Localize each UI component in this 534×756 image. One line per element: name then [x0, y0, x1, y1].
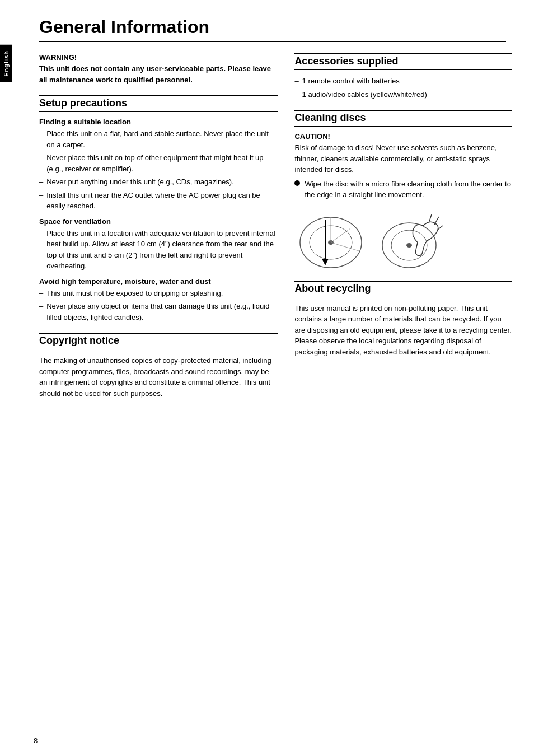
- warning-label: WARNING!: [39, 53, 278, 62]
- language-tab: English: [0, 45, 12, 82]
- list-item: –Never put anything under this unit (e.g…: [39, 176, 278, 188]
- svg-line-5: [331, 242, 359, 251]
- disc-image-2: [378, 209, 451, 270]
- copyright-rule-top: [39, 333, 278, 334]
- setup-section: Setup precautions Finding a suitable loc…: [39, 95, 278, 323]
- setup-heading: Setup precautions: [39, 97, 278, 109]
- recycling-rule-top: [294, 281, 512, 282]
- disc-image-1: [294, 209, 367, 270]
- svg-line-11: [434, 217, 439, 225]
- list-item: –This unit must not be exposed to drippi…: [39, 288, 278, 299]
- wipe-instruction: Wipe the disc with a micro fibre cleanin…: [294, 179, 512, 200]
- finding-location-heading: Finding a suitable location: [39, 118, 278, 126]
- copyright-section: Copyright notice The making of unauthori…: [39, 333, 278, 399]
- setup-rule-bottom: [39, 111, 278, 112]
- accessories-heading: Accessories supplied: [294, 55, 512, 67]
- left-column: WARNING! This unit does not contain any …: [39, 53, 278, 409]
- disc-illustrations: [294, 209, 512, 270]
- list-item: –1 audio/video cables (yellow/white/red): [294, 89, 512, 100]
- warning-section: WARNING! This unit does not contain any …: [39, 53, 278, 85]
- copyright-body: The making of unauthorised copies of cop…: [39, 355, 278, 399]
- caution-label: CAUTION!: [294, 132, 512, 141]
- list-item: –Never place this unit on top of other e…: [39, 152, 278, 174]
- cleaning-section: Cleaning discs CAUTION! Risk of damage t…: [294, 110, 512, 270]
- list-item: –Never place any object or items that ca…: [39, 301, 278, 323]
- warning-body: This unit does not contain any user-serv…: [39, 63, 278, 85]
- copyright-heading: Copyright notice: [39, 335, 278, 347]
- accessories-rule-top: [294, 53, 512, 54]
- cleaning-rule-top: [294, 110, 512, 111]
- page-title: General Information: [39, 17, 512, 38]
- svg-point-9: [406, 243, 412, 248]
- ventilation-heading: Space for ventilation: [39, 217, 278, 226]
- list-item: –Install this unit near the AC outlet wh…: [39, 190, 278, 212]
- cleaning-heading: Cleaning discs: [294, 112, 512, 124]
- accessories-rule-bottom: [294, 69, 512, 70]
- temperature-heading: Avoid high temperature, moisture, water …: [39, 277, 278, 286]
- bullet-icon: [294, 180, 300, 186]
- list-item: –Place this unit on a flat, hard and sta…: [39, 128, 278, 150]
- caution-body: Risk of damage to discs! Never use solve…: [294, 142, 512, 175]
- recycling-rule-bottom: [294, 297, 512, 297]
- copyright-rule-bottom: [39, 349, 278, 349]
- list-item: –1 remote control with batteries: [294, 76, 512, 87]
- accessories-section: Accessories supplied –1 remote control w…: [294, 53, 512, 100]
- title-divider: [39, 41, 506, 42]
- main-content: WARNING! This unit does not contain any …: [39, 53, 512, 409]
- right-column: Accessories supplied –1 remote control w…: [294, 53, 512, 409]
- svg-line-4: [331, 228, 350, 242]
- setup-rule-top: [39, 95, 278, 96]
- recycling-heading: About recycling: [294, 283, 512, 295]
- recycling-body: This user manual is printed on non-pollu…: [294, 303, 512, 358]
- recycling-section: About recycling This user manual is prin…: [294, 281, 512, 358]
- page-number: 8: [34, 736, 38, 745]
- cleaning-rule-bottom: [294, 126, 512, 127]
- list-item: –Place this unit in a location with adeq…: [39, 228, 278, 272]
- page: English General Information WARNING! Thi…: [0, 0, 534, 756]
